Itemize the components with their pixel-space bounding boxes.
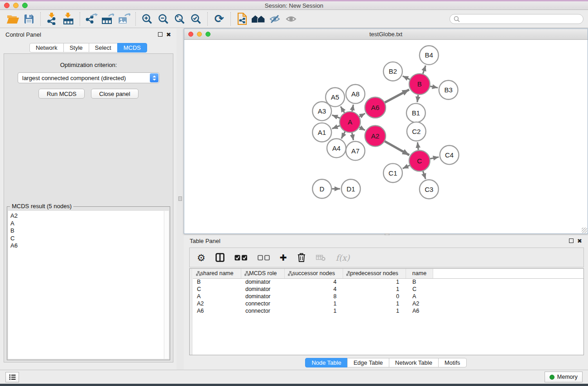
table-row[interactable]: Cdominator41C bbox=[193, 286, 583, 293]
splitter-handle[interactable] bbox=[178, 196, 182, 201]
graph-edge-B-B1[interactable] bbox=[417, 95, 418, 102]
graph-node-D[interactable]: D bbox=[312, 179, 331, 198]
table-cell[interactable]: A2 bbox=[193, 300, 241, 307]
tab-edge-table[interactable]: Edge Table bbox=[347, 358, 389, 367]
zoom-window-button[interactable] bbox=[22, 3, 28, 8]
table-cell[interactable]: A bbox=[406, 293, 433, 300]
export-network-icon[interactable] bbox=[83, 12, 100, 26]
table-cell[interactable]: 8 bbox=[285, 293, 343, 300]
table-cell[interactable]: 4 bbox=[285, 278, 343, 286]
table-cell[interactable]: 4 bbox=[285, 286, 343, 293]
column-header-successor-nodes[interactable]: successor nodes bbox=[285, 269, 343, 278]
graph-edge-B-B4[interactable] bbox=[423, 66, 425, 74]
result-scrollbar[interactable] bbox=[164, 211, 169, 359]
graph-node-B4[interactable]: B4 bbox=[420, 46, 439, 65]
table-row[interactable]: A6connector11A6 bbox=[193, 307, 583, 315]
float-panel-icon[interactable] bbox=[158, 32, 163, 37]
table-cell[interactable]: 0 bbox=[343, 293, 406, 300]
result-list-item[interactable]: C bbox=[10, 235, 162, 243]
minimize-window-button[interactable] bbox=[13, 3, 19, 8]
graph-edge-A2-C[interactable] bbox=[385, 141, 409, 155]
graph-edge-C-C2[interactable] bbox=[417, 142, 418, 150]
graph-node-B2[interactable]: B2 bbox=[383, 62, 402, 81]
table-cell[interactable]: B bbox=[193, 278, 241, 286]
graph-edge-A-A8[interactable] bbox=[352, 105, 354, 111]
window-resize-grip[interactable] bbox=[582, 228, 587, 233]
tab-motifs[interactable]: Motifs bbox=[438, 358, 467, 367]
graph-node-B3[interactable]: B3 bbox=[439, 81, 458, 100]
result-list-item[interactable]: A2 bbox=[10, 212, 162, 220]
network-file-icon[interactable] bbox=[234, 12, 250, 26]
show-graphics-icon[interactable] bbox=[283, 12, 299, 26]
column-visibility-icon[interactable] bbox=[215, 253, 225, 262]
network-graph[interactable]: B4B2BB3B1A5A8A6A3AA1A2C2A4A7C4CC1C3DD1 bbox=[184, 40, 588, 234]
deselect-all-icon[interactable] bbox=[258, 255, 270, 261]
close-window-button[interactable] bbox=[4, 3, 10, 8]
network-canvas[interactable]: B4B2BB3B1A5A8A6A3AA1A2C2A4A7C4CC1C3DD1 bbox=[184, 40, 588, 234]
graph-nodes[interactable]: B4B2BB3B1A5A8A6A3AA1A2C2A4A7C4CC1C3DD1 bbox=[312, 46, 459, 199]
table-cell[interactable]: 1 bbox=[343, 286, 406, 293]
graph-edge-A-A1[interactable] bbox=[332, 126, 340, 129]
search-field[interactable] bbox=[449, 14, 583, 24]
import-network-icon[interactable] bbox=[44, 12, 60, 26]
close-panel-button[interactable]: Close panel bbox=[91, 89, 139, 99]
graph-edge-A-A2[interactable] bbox=[359, 127, 365, 130]
column-header-predecessor-nodes[interactable]: predecessor nodes bbox=[343, 269, 406, 278]
graph-node-A[interactable]: A bbox=[339, 112, 360, 133]
zoom-selected-icon[interactable] bbox=[188, 12, 204, 26]
export-image-icon[interactable] bbox=[116, 12, 132, 26]
graph-node-B[interactable]: B bbox=[409, 74, 430, 95]
save-session-icon[interactable] bbox=[21, 12, 37, 26]
graph-node-B1[interactable]: B1 bbox=[406, 104, 425, 123]
graph-node-A8[interactable]: A8 bbox=[346, 85, 365, 104]
zoom-network-window-button[interactable] bbox=[206, 32, 210, 37]
table-cell[interactable]: A6 bbox=[193, 307, 241, 315]
graph-edge-B-B2[interactable] bbox=[403, 76, 410, 79]
result-list-item[interactable]: A bbox=[10, 220, 162, 228]
table-cell[interactable]: C bbox=[193, 286, 241, 293]
table-cell[interactable]: dominator bbox=[241, 278, 285, 286]
graph-node-A3[interactable]: A3 bbox=[312, 102, 331, 121]
network-window-titlebar[interactable]: testGlobe.txt bbox=[184, 29, 588, 40]
hide-graphics-icon[interactable] bbox=[267, 12, 283, 26]
graph-edge-A6-B[interactable] bbox=[385, 90, 409, 103]
graph-edge-C-C4[interactable] bbox=[430, 157, 439, 159]
tab-network-table[interactable]: Network Table bbox=[389, 358, 439, 367]
refresh-layout-icon[interactable]: ⟳ bbox=[211, 12, 227, 26]
criterion-dropdown[interactable]: largest connected component (directed) bbox=[18, 72, 159, 83]
graph-node-C1[interactable]: C1 bbox=[383, 163, 402, 182]
graph-node-A2[interactable]: A2 bbox=[365, 126, 386, 147]
minimize-network-window-button[interactable] bbox=[197, 32, 202, 37]
graph-edge-B-B3[interactable] bbox=[430, 86, 438, 88]
table-cell[interactable]: A6 bbox=[406, 307, 433, 315]
cybrowser-home-icon[interactable] bbox=[250, 12, 267, 26]
graph-node-D1[interactable]: D1 bbox=[341, 179, 360, 198]
table-settings-icon[interactable]: ⚙ bbox=[197, 253, 206, 262]
select-all-icon[interactable] bbox=[234, 254, 248, 261]
add-column-icon[interactable]: ✚ bbox=[280, 253, 287, 262]
graph-edge-A-A6[interactable] bbox=[359, 114, 365, 117]
table-cell[interactable]: connector bbox=[241, 307, 285, 315]
table-cell[interactable]: 1 bbox=[285, 300, 343, 307]
graph-node-C2[interactable]: C2 bbox=[407, 122, 426, 141]
function-builder-icon[interactable]: f(x) bbox=[336, 253, 350, 262]
memory-button[interactable]: Memory bbox=[545, 372, 583, 382]
graph-edge-C-C3[interactable] bbox=[423, 171, 425, 179]
tab-mcds[interactable]: MCDS bbox=[117, 43, 147, 52]
export-table-icon[interactable] bbox=[100, 12, 116, 26]
tab-network[interactable]: Network bbox=[29, 43, 64, 52]
table-cell[interactable]: A bbox=[193, 293, 241, 300]
table-cell[interactable]: connector bbox=[241, 300, 285, 307]
result-list-item[interactable]: A6 bbox=[10, 242, 162, 250]
graph-node-A1[interactable]: A1 bbox=[312, 123, 331, 142]
tab-select[interactable]: Select bbox=[89, 43, 118, 52]
table-cell[interactable]: dominator bbox=[241, 293, 285, 300]
tab-node-table[interactable]: Node Table bbox=[305, 358, 348, 367]
column-header-name[interactable]: name bbox=[406, 269, 433, 278]
result-list-item[interactable]: B bbox=[10, 227, 162, 235]
close-panel-icon[interactable]: ✖ bbox=[166, 32, 171, 38]
column-header-shared-name[interactable]: shared name bbox=[193, 269, 241, 278]
zoom-out-icon[interactable] bbox=[155, 12, 172, 26]
close-network-window-button[interactable] bbox=[188, 32, 193, 37]
graph-node-C[interactable]: C bbox=[409, 150, 430, 171]
